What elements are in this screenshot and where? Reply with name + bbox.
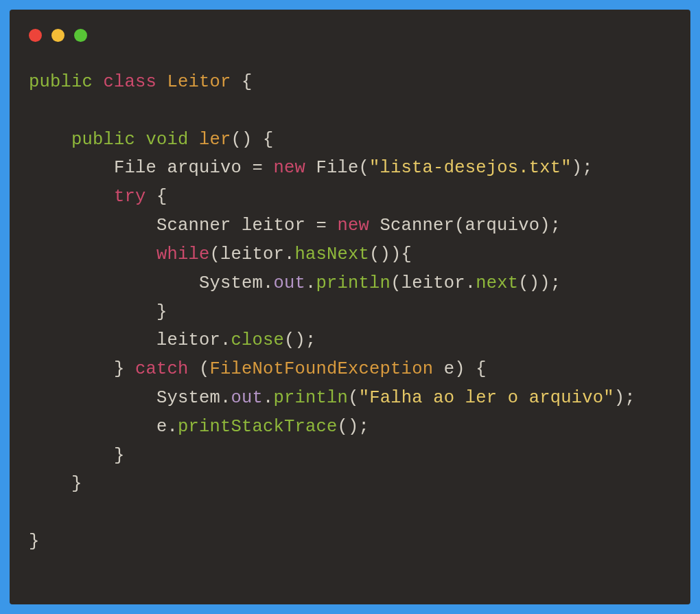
- field: out: [231, 388, 264, 408]
- keyword-while: while: [156, 245, 210, 264]
- code-window: public class Leitor { public void ler() …: [10, 10, 690, 604]
- paren: (: [189, 359, 210, 379]
- code-line: System.out.println(leitor.next());: [29, 273, 561, 293]
- keyword-public: public: [71, 130, 135, 150]
- brace: }: [71, 474, 82, 494]
- keyword-class: class: [104, 72, 157, 92]
- method-call: printStackTrace: [178, 417, 338, 437]
- keyword-void: void: [146, 130, 189, 150]
- indent: [29, 359, 114, 379]
- method-call: close: [231, 330, 285, 350]
- exception-type: FileNotFoundException: [210, 359, 434, 379]
- indent: [29, 330, 156, 350]
- identifier: System.: [199, 273, 274, 293]
- keyword-catch: catch: [135, 359, 189, 379]
- code-line: leitor.close();: [29, 330, 316, 350]
- code-line: public class Leitor {: [29, 72, 253, 92]
- classname: Leitor: [167, 72, 231, 92]
- code-line: } catch (FileNotFoundException e) {: [29, 359, 487, 379]
- indent: [29, 158, 114, 178]
- code-line: while(leitor.hasNext()){: [29, 245, 412, 264]
- string-literal: "Falha ao ler o arquivo": [359, 388, 614, 408]
- indent: [29, 273, 199, 293]
- indent: [29, 417, 156, 437]
- indent: [29, 446, 114, 466]
- dot: .: [305, 273, 316, 293]
- paren: (leitor.: [390, 273, 476, 293]
- code-line: Scanner leitor = new Scanner(arquivo);: [29, 216, 561, 236]
- end: ();: [338, 417, 370, 437]
- indent: [29, 216, 156, 236]
- brace: }: [114, 446, 125, 466]
- end: ();: [284, 330, 316, 350]
- brace: }: [29, 532, 40, 552]
- parens: () {: [231, 130, 274, 150]
- code-line: System.out.println("Falha ao ler o arqui…: [29, 388, 635, 408]
- code-line: try {: [29, 187, 167, 207]
- method-call: println: [274, 388, 349, 408]
- paren: (leitor.: [210, 245, 295, 264]
- indent: [29, 388, 156, 408]
- method-name: ler: [199, 130, 231, 150]
- paren: ());: [518, 273, 561, 293]
- traffic-lights: [29, 29, 671, 42]
- maximize-icon[interactable]: [74, 29, 87, 42]
- code-line: File arquivo = new File("lista-desejos.t…: [29, 158, 593, 178]
- call: File(: [305, 158, 369, 178]
- identifier: System.: [156, 388, 231, 408]
- keyword-new: new: [338, 216, 370, 236]
- brace: {: [231, 72, 253, 92]
- paren: ()){: [369, 245, 412, 264]
- keyword-new: new: [274, 158, 306, 178]
- identifier: leitor.: [156, 330, 231, 350]
- brace: }: [114, 359, 135, 379]
- code-line: e.printStackTrace();: [29, 417, 369, 437]
- string-literal: "lista-desejos.txt": [369, 158, 572, 178]
- indent: [29, 187, 114, 207]
- paren: (: [348, 388, 359, 408]
- close-icon[interactable]: [29, 29, 42, 42]
- code-line: }: [29, 474, 82, 494]
- indent: [29, 130, 71, 150]
- keyword-public: public: [29, 72, 93, 92]
- keyword-try: try: [114, 187, 146, 207]
- method-call: hasNext: [295, 245, 370, 264]
- declaration: File arquivo =: [114, 158, 274, 178]
- paren: );: [614, 388, 635, 408]
- dot: .: [263, 388, 274, 408]
- code-line: }: [29, 302, 167, 322]
- declaration: Scanner leitor =: [156, 216, 338, 236]
- brace: }: [156, 302, 167, 322]
- method-call: println: [316, 273, 391, 293]
- code-block: public class Leitor { public void ler() …: [29, 68, 671, 556]
- indent: [29, 245, 156, 264]
- code-line: }: [29, 532, 40, 552]
- minimize-icon[interactable]: [51, 29, 65, 42]
- end: );: [572, 158, 593, 178]
- indent: [29, 474, 71, 494]
- indent: [29, 302, 156, 322]
- code-line: }: [29, 446, 125, 466]
- method-call: next: [476, 273, 518, 293]
- field: out: [274, 273, 306, 293]
- code-line: public void ler() {: [29, 130, 274, 150]
- identifier: e.: [156, 417, 178, 437]
- brace: {: [146, 187, 167, 207]
- call: Scanner(arquivo);: [369, 216, 561, 236]
- variable: e) {: [433, 359, 487, 379]
